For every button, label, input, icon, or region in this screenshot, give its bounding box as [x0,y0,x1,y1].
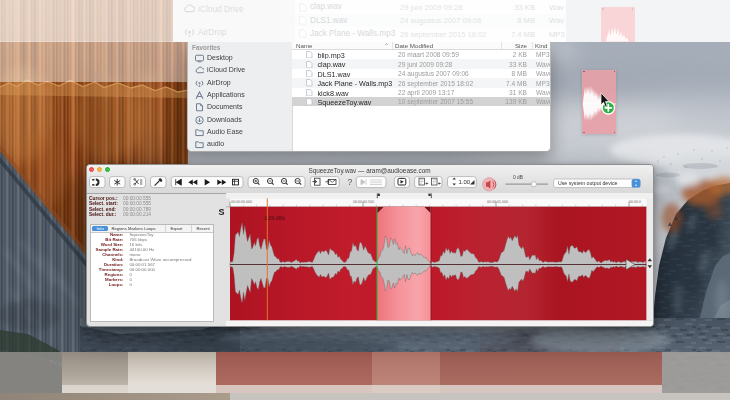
svg-text:00:00:0: 00:00:0 [629,200,641,204]
svg-text:00:00:00.500: 00:00:00.500 [353,200,374,204]
svg-text:00:00:01.000: 00:00:01.000 [487,200,508,204]
svg-text:-1.89 dBfs: -1.89 dBfs [263,216,285,221]
svg-text:00:00:00.000: 00:00:00.000 [231,200,252,204]
svg-text:1.00: 1.00 [459,179,471,185]
svg-text:?: ? [348,177,353,187]
svg-text:0 dB: 0 dB [513,175,523,180]
svg-text:Use system output device: Use system output device [558,180,618,186]
